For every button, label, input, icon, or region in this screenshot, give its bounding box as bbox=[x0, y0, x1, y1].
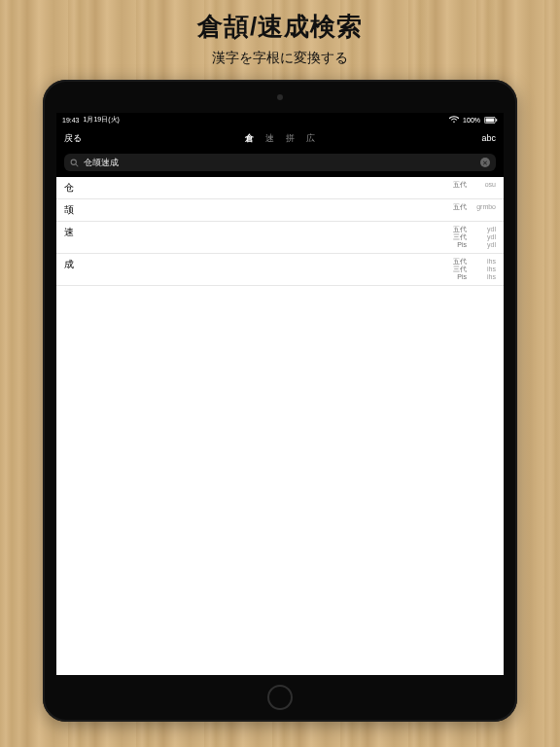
result-row[interactable]: 颉五代grmbo bbox=[56, 199, 504, 222]
svg-line-4 bbox=[76, 164, 78, 166]
svg-point-3 bbox=[71, 160, 76, 164]
result-codes: 五代grmbo bbox=[453, 203, 496, 211]
wifi-icon bbox=[449, 116, 459, 124]
code-value: ihs bbox=[471, 273, 496, 281]
code-value: grmbo bbox=[471, 203, 496, 211]
result-char: 成 bbox=[64, 258, 74, 271]
back-button[interactable]: 戻る bbox=[64, 132, 82, 145]
nav-tab-3[interactable]: 広 bbox=[306, 132, 315, 145]
results-list: 仓五代osu颉五代grmbo速五代ydl三代ydlPisydl成五代ihs三代i… bbox=[56, 177, 504, 286]
code-value: ihs bbox=[471, 266, 496, 273]
code-label: 五代 bbox=[453, 258, 467, 266]
result-row[interactable]: 成五代ihs三代ihsPisihs bbox=[56, 254, 504, 286]
battery-percent: 100% bbox=[463, 117, 480, 124]
result-codes: 五代ydl三代ydlPisydl bbox=[453, 226, 496, 249]
nav-tab-2[interactable]: 拼 bbox=[286, 132, 295, 145]
nav-tab-1[interactable]: 速 bbox=[265, 132, 274, 145]
ipad-frame: 19:43 1月19日(火) 100% 戻る 倉速拼広 abc bbox=[43, 80, 517, 722]
code-label: 五代 bbox=[453, 203, 467, 211]
code-value: ydl bbox=[471, 226, 496, 233]
code-label: 五代 bbox=[453, 226, 467, 233]
code-value: ihs bbox=[471, 258, 496, 266]
result-char: 速 bbox=[64, 226, 74, 239]
clear-icon[interactable]: ✕ bbox=[480, 158, 490, 167]
code-value: ydl bbox=[471, 241, 496, 249]
result-row[interactable]: 速五代ydl三代ydlPisydl bbox=[56, 222, 504, 254]
status-bar: 19:43 1月19日(火) 100% bbox=[56, 113, 504, 126]
code-value: osu bbox=[471, 181, 496, 189]
result-codes: 五代osu bbox=[453, 181, 496, 189]
search-input[interactable] bbox=[84, 158, 475, 167]
nav-tab-0[interactable]: 倉 bbox=[245, 132, 254, 145]
code-label: 三代 bbox=[453, 266, 467, 273]
result-codes: 五代ihs三代ihsPisihs bbox=[453, 258, 496, 281]
home-button[interactable] bbox=[267, 685, 293, 710]
code-value: ydl bbox=[471, 233, 496, 241]
code-label: 三代 bbox=[453, 233, 467, 241]
search-icon bbox=[70, 154, 79, 171]
battery-icon bbox=[484, 117, 498, 124]
svg-rect-2 bbox=[496, 119, 497, 121]
result-char: 颉 bbox=[64, 203, 74, 217]
result-char: 仓 bbox=[64, 181, 74, 195]
abc-toggle[interactable]: abc bbox=[481, 133, 496, 143]
screen: 19:43 1月19日(火) 100% 戻る 倉速拼広 abc bbox=[56, 113, 504, 675]
camera-dot bbox=[277, 94, 283, 100]
code-label: Pis bbox=[457, 273, 467, 281]
status-time: 19:43 bbox=[62, 117, 80, 124]
nav-bar: 戻る 倉速拼広 abc bbox=[56, 126, 504, 150]
code-label: 五代 bbox=[453, 181, 467, 189]
code-label: Pis bbox=[457, 241, 467, 249]
svg-rect-1 bbox=[486, 118, 495, 122]
result-row[interactable]: 仓五代osu bbox=[56, 177, 504, 199]
page-title: 倉頡/速成検索 bbox=[0, 0, 560, 44]
search-bar: ✕ bbox=[56, 150, 504, 177]
page-subtitle: 漢字を字根に変換する bbox=[0, 44, 560, 67]
status-date: 1月19日(火) bbox=[84, 115, 120, 124]
